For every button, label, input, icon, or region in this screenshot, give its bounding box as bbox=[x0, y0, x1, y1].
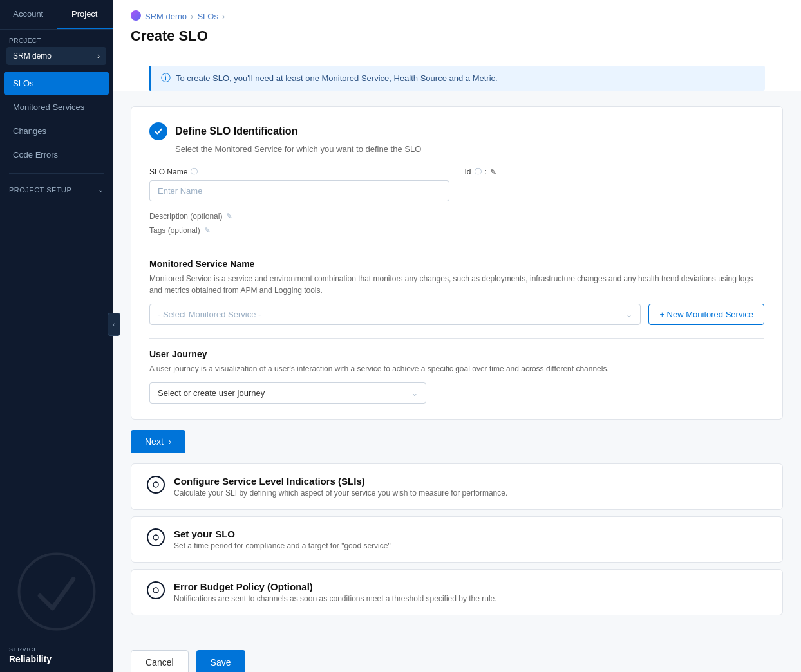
sidebar-collapse-button[interactable]: ‹ bbox=[108, 313, 120, 336]
breadcrumb: SRM demo › SLOs › bbox=[131, 10, 783, 23]
chevron-down-icon: ⌄ bbox=[98, 185, 104, 194]
slo-name-label: SLO Name ⓘ bbox=[149, 167, 449, 176]
next-button-container: Next › bbox=[131, 430, 783, 463]
step-1-title: Define SLO Identification bbox=[175, 126, 297, 137]
svg-point-2 bbox=[153, 535, 158, 540]
sidebar-watermark bbox=[0, 550, 113, 633]
colon: : bbox=[485, 167, 487, 176]
sidebar-item-slos[interactable]: SLOs bbox=[4, 72, 109, 95]
project-selector[interactable]: SRM demo › bbox=[6, 47, 106, 65]
slo-name-info-icon: ⓘ bbox=[191, 167, 198, 176]
step-2-content: Configure Service Level Indicatiors (SLI… bbox=[174, 476, 507, 498]
step-4-content: Error Budget Policy (Optional) Notificat… bbox=[174, 581, 497, 603]
harness-icon bbox=[131, 10, 141, 23]
sidebar-item-monitored-services[interactable]: Monitored Services bbox=[4, 96, 109, 118]
select-monitored-service-dropdown[interactable]: - Select Monitored Service - ⌄ bbox=[149, 304, 641, 325]
step-4-icon bbox=[147, 581, 165, 599]
breadcrumb-sep-1: › bbox=[191, 12, 193, 21]
project-name: SRM demo bbox=[13, 51, 52, 61]
user-journey-chevron-icon: ⌄ bbox=[411, 389, 418, 398]
info-icon: ⓘ bbox=[161, 72, 171, 84]
description-label: Description (optional) bbox=[149, 212, 222, 221]
project-tab[interactable]: Project bbox=[57, 0, 113, 29]
step-3-title: Set your SLO bbox=[174, 528, 391, 539]
svg-point-0 bbox=[19, 554, 94, 630]
breadcrumb-srm-demo[interactable]: SRM demo bbox=[145, 12, 187, 21]
step-2-section: Configure Service Level Indicatiors (SLI… bbox=[131, 463, 783, 510]
monitored-service-select-row: - Select Monitored Service - ⌄ + New Mon… bbox=[149, 304, 764, 325]
slo-id-label: Id ⓘ : ✎ bbox=[465, 167, 765, 176]
chevron-right-icon: › bbox=[97, 51, 100, 61]
tags-edit-icon[interactable]: ✎ bbox=[204, 226, 211, 235]
page-title-section: SRM demo › SLOs › Create SLO bbox=[113, 0, 801, 55]
user-journey-title: User Journey bbox=[149, 349, 764, 359]
step-4-title: Error Budget Policy (Optional) bbox=[174, 581, 497, 592]
description-label-row: Description (optional) ✎ bbox=[149, 212, 764, 221]
step-1-header: Define SLO Identification bbox=[149, 122, 764, 140]
step-2-icon bbox=[147, 476, 165, 494]
user-journey-desc: A user journey is a visualization of a u… bbox=[149, 363, 764, 375]
monitored-service-section-title: Monitored Service Name bbox=[149, 259, 764, 269]
slo-name-group: SLO Name ⓘ bbox=[149, 167, 449, 201]
sidebar-item-changes[interactable]: Changes bbox=[4, 120, 109, 142]
cancel-button[interactable]: Cancel bbox=[131, 650, 189, 672]
new-monitored-service-button[interactable]: + New Monitored Service bbox=[648, 304, 764, 325]
tags-label: Tags (optional) bbox=[149, 226, 200, 235]
user-journey-placeholder: Select or create user journey bbox=[158, 388, 265, 398]
breadcrumb-slos[interactable]: SLOs bbox=[197, 12, 218, 21]
slo-id-edit-icon[interactable]: ✎ bbox=[490, 167, 496, 176]
form-section-divider-1 bbox=[149, 248, 764, 248]
user-journey-dropdown[interactable]: Select or create user journey ⌄ bbox=[149, 382, 426, 404]
info-banner-text: To create SLO, you'll need at least one … bbox=[176, 73, 498, 83]
step-1-subtitle: Select the Monitored Service for which y… bbox=[149, 144, 764, 154]
step-2-desc: Calculate your SLI by defining which asp… bbox=[174, 489, 507, 498]
slo-name-input[interactable] bbox=[149, 180, 449, 201]
breadcrumb-sep-2: › bbox=[222, 12, 225, 21]
sidebar: Account Project Project SRM demo › SLOs … bbox=[0, 0, 113, 672]
step-3-section: Set your SLO Set a time period for compl… bbox=[131, 516, 783, 563]
next-button[interactable]: Next › bbox=[131, 430, 185, 453]
project-setup-label: PROJECT SETUP bbox=[9, 186, 71, 194]
project-setup-toggle[interactable]: PROJECT SETUP ⌄ bbox=[0, 180, 113, 199]
form-section-divider-2 bbox=[149, 338, 764, 339]
step-3-icon bbox=[147, 528, 165, 546]
step-4-section: Error Budget Policy (Optional) Notificat… bbox=[131, 569, 783, 615]
sidebar-divider bbox=[9, 173, 104, 174]
dropdown-chevron-icon: ⌄ bbox=[626, 310, 632, 319]
slo-name-id-row: SLO Name ⓘ Id ⓘ : ✎ bbox=[149, 167, 764, 201]
select-monitored-service-placeholder: - Select Monitored Service - bbox=[158, 310, 261, 319]
account-tab[interactable]: Account bbox=[0, 0, 57, 29]
page-title: Create SLO bbox=[131, 28, 783, 55]
tags-label-row: Tags (optional) ✎ bbox=[149, 226, 764, 235]
step-4-desc: Notifications are sent to channels as so… bbox=[174, 594, 497, 603]
step-3-desc: Set a time period for compliance and a t… bbox=[174, 541, 391, 550]
monitored-service-desc: Monitored Service is a service and envir… bbox=[149, 273, 764, 296]
new-monitored-service-label: + New Monitored Service bbox=[659, 310, 753, 319]
next-label: Next bbox=[145, 436, 164, 447]
project-label: Project bbox=[0, 30, 113, 47]
description-edit-icon[interactable]: ✎ bbox=[226, 212, 232, 221]
step-2-title: Configure Service Level Indicatiors (SLI… bbox=[174, 476, 507, 487]
slo-id-info-icon: ⓘ bbox=[475, 167, 482, 176]
step-3-content: Set your SLO Set a time period for compl… bbox=[174, 528, 391, 550]
svg-point-1 bbox=[153, 482, 158, 487]
sidebar-bottom: SERVICE Reliability bbox=[0, 639, 113, 672]
slo-id-group: Id ⓘ : ✎ bbox=[465, 167, 765, 201]
service-label: SERVICE bbox=[9, 646, 104, 653]
bottom-actions: Cancel Save bbox=[113, 637, 801, 672]
svg-point-3 bbox=[153, 588, 158, 593]
info-banner: ⓘ To create SLO, you'll need at least on… bbox=[149, 66, 765, 91]
sidebar-item-code-errors[interactable]: Code Errors bbox=[4, 144, 109, 166]
step-1-section: Define SLO Identification Select the Mon… bbox=[131, 106, 783, 420]
main-content: SRM demo › SLOs › Create SLO ⓘ To create… bbox=[113, 0, 801, 672]
step-1-icon bbox=[149, 122, 167, 140]
save-button[interactable]: Save bbox=[196, 650, 245, 672]
top-nav: Account Project bbox=[0, 0, 113, 30]
service-name: Reliability bbox=[9, 654, 104, 664]
form-content: Define SLO Identification Select the Mon… bbox=[113, 91, 801, 637]
chevron-right-icon: › bbox=[169, 436, 172, 447]
